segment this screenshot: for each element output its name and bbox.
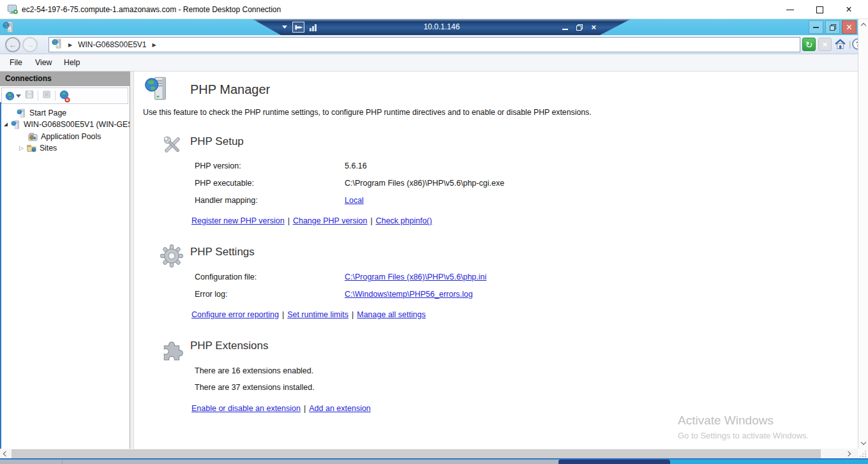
window-maximize-button[interactable] (805, 0, 834, 19)
rdp-connection-bar: 10.0.1.146 × (253, 19, 631, 35)
php-manager-page: PHP Manager Use this feature to check th… (134, 71, 858, 449)
tree-expanded-icon[interactable] (4, 123, 8, 126)
page-description: Use this feature to check the PHP runtim… (143, 108, 592, 117)
save-connections-button[interactable] (25, 90, 34, 101)
activate-windows-subtext: Go to Settings to activate Windows. (678, 431, 809, 440)
panel-splitter[interactable] (130, 71, 134, 449)
home-button[interactable] (834, 38, 847, 51)
connections-header: Connections (0, 71, 130, 86)
change-php-version-link[interactable]: Change PHP version (293, 216, 368, 225)
rdp-bar-restore-button[interactable] (576, 24, 583, 31)
resize-grip[interactable] (865, 456, 866, 457)
scrollbar-corner (858, 449, 868, 459)
activate-windows-watermark: Activate Windows (678, 414, 774, 428)
iis-close-button[interactable]: × (842, 20, 857, 34)
tree-item-sites[interactable]: ▷ Sites (19, 142, 57, 154)
connections-toolbar (1, 87, 128, 104)
php-manager-icon (144, 75, 170, 105)
horizontal-scrollbar-thumb[interactable] (11, 449, 821, 458)
php-setup-icon (161, 133, 184, 159)
error-log-link[interactable]: C:\Windows\temp\PHP56_errors.log (345, 290, 473, 299)
taskbar-active-button[interactable] (558, 460, 670, 464)
check-phpinfo-link[interactable]: Check phpinfo() (376, 216, 432, 225)
rdp-app-icon (7, 4, 19, 18)
iis-window-left-border (0, 102, 1, 449)
connections-panel: Connections (0, 71, 130, 449)
forward-button[interactable]: → (22, 37, 38, 52)
stop-button: × (818, 38, 832, 51)
extensions-installed-text: There are 37 extensions installed. (195, 383, 315, 392)
window-title: ec2-54-197-6-75.compute-1.amazonaws.com … (22, 5, 281, 14)
toolbar-divider: | (849, 39, 851, 49)
enable-or-disable-extension-link[interactable]: Enable or disable an extension (191, 404, 301, 413)
manage-all-settings-link[interactable]: Manage all settings (357, 310, 426, 319)
iis-address-bar: ← → ▶ WIN-G068S00E5V1 ▶ ↻ × | ? (0, 35, 858, 54)
vertical-scrollbar[interactable] (858, 19, 868, 449)
php-extensions-links: Enable or disable an extension|Add an ex… (191, 404, 371, 413)
rdp-client-titlebar: ec2-54-197-6-75.compute-1.amazonaws.com … (0, 0, 868, 19)
rdp-bar-close-button[interactable]: × (591, 23, 596, 31)
taskbar-divider (62, 460, 63, 464)
php-extensions-icon (161, 338, 184, 363)
toolbar-divider (55, 91, 56, 101)
back-button[interactable]: ← (5, 37, 20, 52)
handler-mapping-link[interactable]: Local (345, 196, 364, 205)
breadcrumb[interactable]: ▶ WIN-G068S00E5V1 ▶ (49, 37, 800, 52)
php-settings-links: Configure error reporting|Set runtime li… (191, 310, 426, 319)
php-setup-title: PHP Setup (190, 135, 244, 148)
breadcrumb-server[interactable]: WIN-G068S00E5V1 (78, 40, 146, 49)
add-extension-link[interactable]: Add an extension (309, 404, 371, 413)
set-runtime-limits-link[interactable]: Set runtime limits (287, 310, 348, 319)
tree-item-start-page[interactable]: Start Page (17, 107, 66, 119)
window-close-button[interactable]: × (835, 0, 863, 19)
iis-app-icon (3, 21, 15, 36)
configuration-file-link[interactable]: C:\Program Files (x86)\PHP\v5.6\php.ini (345, 273, 486, 281)
scroll-down-button[interactable] (858, 437, 868, 447)
scroll-up-button[interactable] (858, 20, 868, 31)
extensions-enabled-text: There are 16 extensions enabled. (195, 366, 313, 375)
menu-view[interactable]: View (35, 58, 52, 67)
menu-bar: File View Help (0, 54, 858, 71)
tree-collapsed-icon[interactable]: ▷ (19, 146, 24, 151)
page-title: PHP Manager (190, 82, 270, 97)
up-level-button (42, 90, 51, 101)
menu-file[interactable]: File (10, 58, 22, 67)
iis-restore-button[interactable] (825, 20, 840, 34)
disconnect-button[interactable] (59, 90, 69, 102)
php-settings-icon (160, 244, 184, 271)
tree-item-server[interactable]: WIN-G068S00E5V1 (WIN-GESH (4, 119, 130, 130)
horizontal-scrollbar[interactable] (0, 449, 858, 459)
breadcrumb-arrow-icon[interactable]: ▶ (153, 42, 156, 48)
connect-to-server-button[interactable] (5, 91, 21, 101)
remote-taskbar (0, 460, 868, 464)
toolbar-divider (38, 91, 38, 101)
php-extensions-title: PHP Extensions (190, 340, 269, 352)
connections-tree: Start Page WIN-G068S00E5V1 (WIN-GESH App… (0, 104, 130, 449)
rdp-bar-minimize-button[interactable] (562, 29, 568, 30)
php-setup-links: Register new PHP version|Change PHP vers… (191, 216, 432, 225)
php-settings-title: PHP Settings (190, 246, 255, 258)
taskbar-segment (670, 460, 868, 464)
iis-minimize-button[interactable] (809, 20, 823, 34)
refresh-button[interactable]: ↻ (802, 38, 816, 51)
server-icon (52, 38, 63, 51)
menu-help[interactable]: Help (64, 58, 80, 67)
tree-item-application-pools[interactable]: Application Pools (28, 131, 101, 142)
rdp-client-window: ec2-54-197-6-75.compute-1.amazonaws.com … (0, 0, 868, 464)
register-new-php-version-link[interactable]: Register new PHP version (191, 216, 285, 225)
breadcrumb-arrow-icon: ▶ (68, 42, 72, 48)
configure-error-reporting-link[interactable]: Configure error reporting (191, 310, 279, 319)
scroll-left-button[interactable] (0, 449, 11, 459)
iis-main-area: Connections (0, 71, 858, 449)
window-minimize-button[interactable] (776, 0, 804, 19)
scroll-right-button[interactable] (841, 449, 855, 459)
